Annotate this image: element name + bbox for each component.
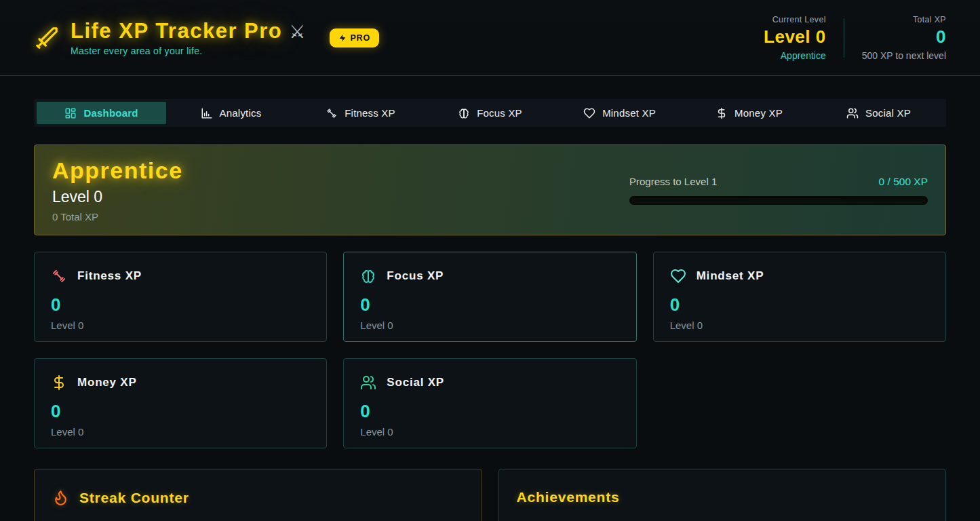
hero-level: Level 0 — [52, 188, 183, 206]
tab-analytics[interactable]: Analytics — [166, 102, 296, 124]
users-icon — [846, 107, 859, 119]
stat-card-value: 0 — [360, 294, 619, 315]
streak-counter-title: Streak Counter — [79, 490, 189, 506]
stat-card-title: Fitness XP — [77, 269, 142, 283]
stat-card-title: Social XP — [387, 376, 444, 389]
brain-icon — [458, 107, 470, 119]
stat-card-level: Level 0 — [51, 426, 310, 438]
hero-progress: Progress to Level 1 0 / 500 XP — [629, 176, 928, 205]
stat-card-title: Focus XP — [387, 269, 444, 283]
stat-card-level: Level 0 — [670, 320, 929, 331]
tab-focus-xp[interactable]: Focus XP — [425, 102, 555, 124]
total-xp-value: 0 — [862, 26, 946, 47]
flame-icon — [52, 489, 69, 506]
current-level-label: Current Level — [764, 15, 826, 24]
stat-card-value: 0 — [51, 294, 310, 315]
tab-bar: Dashboard Analytics Fitness XP Focus XP … — [34, 99, 946, 127]
hero-total-xp: 0 Total XP — [52, 211, 183, 223]
achievements-panel: Achievements — [498, 469, 947, 521]
stat-cards-grid: Fitness XP 0 Level 0 Focus XP 0 Level 0 … — [34, 252, 946, 448]
main-content: Dashboard Analytics Fitness XP Focus XP … — [0, 99, 980, 521]
sword-icon — [34, 25, 60, 51]
tab-money-xp[interactable]: Money XP — [684, 102, 814, 124]
stat-card-title: Money XP — [77, 376, 137, 389]
stat-card-money[interactable]: Money XP 0 Level 0 — [34, 358, 327, 448]
dollar-icon — [716, 107, 728, 119]
brand: Life XP Tracker Pro ⚔ Master every area … — [34, 19, 379, 56]
brain-icon — [360, 268, 376, 284]
rank-hero-card: Apprentice Level 0 0 Total XP Progress t… — [34, 144, 946, 235]
header-stats: Current Level Level 0 Apprentice Total X… — [764, 15, 946, 61]
tab-mindset-xp[interactable]: Mindset XP — [555, 102, 684, 124]
tab-social-xp[interactable]: Social XP — [814, 102, 943, 124]
current-rank: Apprentice — [764, 50, 826, 61]
bottom-panels: Streak Counter Achievements — [34, 469, 946, 521]
stat-card-fitness[interactable]: Fitness XP 0 Level 0 — [34, 252, 327, 342]
achievements-title: Achievements — [517, 489, 620, 505]
app-title: Life XP Tracker Pro — [71, 19, 282, 43]
dumbbell-icon — [326, 107, 338, 119]
heart-icon — [583, 107, 595, 119]
crossed-swords-icon: ⚔ — [289, 21, 305, 42]
pro-badge[interactable]: PRO — [330, 28, 379, 47]
app-header: Life XP Tracker Pro ⚔ Master every area … — [0, 0, 980, 76]
heart-icon — [670, 268, 686, 284]
bar-chart-icon — [201, 107, 213, 119]
current-level-value: Level 0 — [764, 26, 826, 47]
dashboard-grid-icon — [64, 107, 77, 119]
header-divider — [844, 18, 844, 58]
hero-left: Apprentice Level 0 0 Total XP — [52, 157, 183, 223]
stat-card-focus[interactable]: Focus XP 0 Level 0 — [343, 252, 636, 342]
progress-bar — [629, 196, 928, 205]
progress-value: 0 / 500 XP — [879, 176, 928, 188]
tab-dashboard[interactable]: Dashboard — [37, 102, 166, 124]
app-tagline: Master every area of your life. — [71, 45, 305, 56]
current-level-stat: Current Level Level 0 Apprentice — [764, 15, 826, 61]
stat-card-value: 0 — [360, 401, 619, 422]
streak-counter-panel: Streak Counter — [34, 469, 482, 521]
tab-fitness-xp[interactable]: Fitness XP — [296, 102, 425, 124]
total-xp-label: Total XP — [862, 15, 946, 24]
stat-card-title: Mindset XP — [697, 269, 764, 283]
hero-rank-title: Apprentice — [52, 157, 183, 184]
stat-card-value: 0 — [51, 401, 310, 422]
stat-card-level: Level 0 — [360, 426, 619, 438]
lightning-icon — [338, 34, 347, 42]
dumbbell-icon — [51, 268, 67, 284]
progress-label: Progress to Level 1 — [629, 176, 717, 187]
stat-card-mindset[interactable]: Mindset XP 0 Level 0 — [653, 252, 946, 342]
next-level-hint: 500 XP to next level — [862, 50, 946, 61]
stat-card-level: Level 0 — [51, 320, 310, 331]
total-xp-stat: Total XP 0 500 XP to next level — [862, 15, 946, 61]
stat-card-value: 0 — [670, 294, 929, 315]
stat-card-level: Level 0 — [360, 320, 619, 331]
users-icon — [360, 374, 376, 391]
stat-card-social[interactable]: Social XP 0 Level 0 — [343, 358, 636, 448]
dollar-icon — [51, 374, 67, 391]
